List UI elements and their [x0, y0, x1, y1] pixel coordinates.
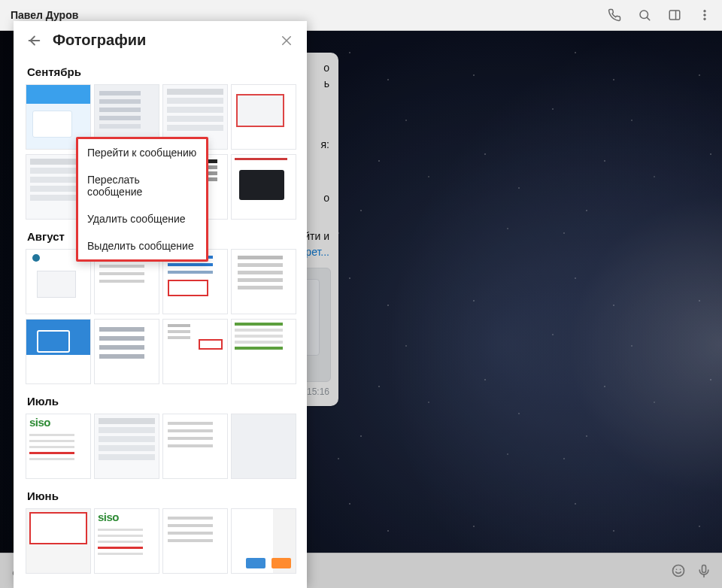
close-icon[interactable] — [278, 32, 295, 49]
month-header: Июль — [27, 395, 295, 408]
svg-rect-2 — [669, 11, 680, 20]
photo-thumb[interactable] — [231, 414, 296, 479]
photo-thumb[interactable] — [162, 508, 228, 574]
chat-title[interactable]: Павел Дуров — [11, 9, 608, 21]
ctx-select-message[interactable]: Выделить сообщение — [78, 232, 206, 259]
call-icon[interactable] — [608, 8, 621, 22]
photo-thumb[interactable] — [231, 84, 296, 150]
context-menu: Перейти к сообщению Переслать сообщение … — [76, 137, 208, 262]
svg-line-1 — [647, 17, 649, 20]
photo-thumb[interactable] — [231, 154, 296, 220]
svg-rect-10 — [702, 565, 706, 573]
photo-thumb[interactable] — [231, 249, 296, 314]
panel-title: Фотографии — [53, 32, 268, 49]
month-header: Сентябрь — [27, 65, 295, 78]
photo-thumb[interactable] — [94, 414, 159, 479]
ctx-delete-message[interactable]: Удалить сообщение — [78, 205, 206, 232]
emoji-icon[interactable] — [671, 563, 686, 578]
photo-thumb[interactable] — [94, 508, 159, 574]
svg-point-8 — [676, 569, 678, 571]
app-root: Павел Дуров о ь я: — [0, 0, 722, 588]
search-icon[interactable] — [638, 8, 651, 22]
panel-header: Фотографии — [14, 21, 307, 55]
panel-body: Сентябрь Август — [14, 55, 307, 588]
voice-icon[interactable] — [696, 563, 711, 578]
svg-point-9 — [680, 569, 681, 571]
photo-thumb[interactable] — [162, 414, 228, 479]
photo-thumb[interactable] — [162, 319, 228, 384]
month-header: Июнь — [27, 489, 295, 502]
svg-point-6 — [704, 18, 706, 20]
photo-thumb[interactable] — [26, 319, 91, 384]
photo-thumb[interactable] — [94, 319, 159, 384]
media-panel: Фотографии Сентябрь Август — [14, 21, 307, 588]
more-icon[interactable] — [698, 8, 711, 22]
ctx-go-to-message[interactable]: Перейти к сообщению — [78, 139, 206, 166]
photo-grid-aug — [26, 249, 295, 384]
svg-point-4 — [704, 10, 706, 12]
back-icon[interactable] — [26, 32, 42, 49]
svg-point-5 — [704, 14, 706, 17]
photo-thumb[interactable] — [26, 508, 91, 574]
photo-thumb[interactable] — [231, 508, 296, 574]
ctx-forward-message[interactable]: Переслать сообщение — [78, 166, 206, 205]
svg-point-7 — [673, 565, 684, 577]
photo-thumb[interactable] — [231, 319, 296, 384]
photo-thumb[interactable] — [26, 414, 91, 479]
sidebar-toggle-icon[interactable] — [668, 8, 681, 22]
photo-grid-jun — [26, 508, 295, 574]
header-actions — [608, 8, 711, 22]
photo-grid-jul — [26, 414, 295, 479]
